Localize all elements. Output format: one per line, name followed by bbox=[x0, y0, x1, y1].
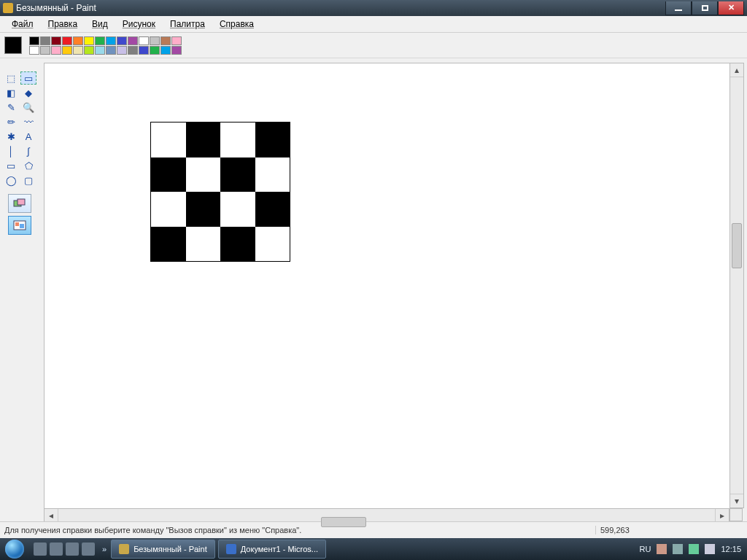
horizontal-scrollbar[interactable]: ◂ ▸ bbox=[44, 508, 729, 523]
free-select-tool[interactable]: ⬚ bbox=[3, 71, 19, 85]
color-swatch[interactable] bbox=[117, 46, 127, 55]
color-swatch[interactable] bbox=[106, 36, 116, 45]
maximize-button[interactable] bbox=[692, 1, 718, 15]
color-swatch[interactable] bbox=[150, 46, 160, 55]
text-tool[interactable]: A bbox=[20, 130, 36, 143]
color-swatch[interactable] bbox=[128, 46, 138, 55]
menu-edit[interactable]: Правка bbox=[41, 18, 85, 31]
picker-tool[interactable]: ✎ bbox=[3, 101, 19, 114]
pencil-tool[interactable]: ✏ bbox=[3, 115, 19, 128]
chess-square bbox=[186, 192, 221, 227]
scroll-up-arrow-icon[interactable]: ▴ bbox=[730, 63, 743, 77]
h-scroll-thumb[interactable] bbox=[321, 517, 366, 527]
scroll-left-arrow-icon[interactable]: ◂ bbox=[44, 509, 58, 522]
menu-palette[interactable]: Палитра bbox=[163, 18, 212, 31]
polygon-tool[interactable]: ⬠ bbox=[20, 159, 36, 172]
color-swatch[interactable] bbox=[160, 46, 171, 55]
checkerboard-drawing bbox=[150, 122, 290, 262]
scroll-right-arrow-icon[interactable]: ▸ bbox=[715, 509, 729, 522]
quick-launch-item[interactable] bbox=[34, 542, 47, 556]
ext-tool-2[interactable] bbox=[8, 216, 31, 235]
chess-square bbox=[186, 158, 221, 192]
title-bar: Безымянный - Paint bbox=[0, 0, 747, 16]
taskbar-clock[interactable]: 12:15 bbox=[721, 545, 741, 553]
tray-icon[interactable] bbox=[673, 544, 683, 554]
chess-square bbox=[255, 122, 290, 158]
color-swatch[interactable] bbox=[51, 36, 61, 45]
word-icon bbox=[226, 544, 236, 554]
paint-icon bbox=[119, 544, 129, 554]
curve-tool[interactable]: ∫ bbox=[20, 144, 36, 158]
rectangle-tool[interactable]: ▭ bbox=[3, 159, 19, 172]
color-palette-bar bbox=[0, 33, 747, 58]
current-color-swatch[interactable] bbox=[4, 36, 22, 54]
vertical-scrollbar[interactable]: ▴ ▾ bbox=[729, 63, 744, 508]
language-indicator[interactable]: RU bbox=[640, 545, 651, 553]
eraser-tool[interactable]: ◧ bbox=[3, 86, 19, 99]
color-swatch[interactable] bbox=[150, 36, 160, 45]
menu-file[interactable]: Файл bbox=[4, 18, 41, 31]
menu-image[interactable]: Рисунок bbox=[115, 18, 163, 31]
color-swatch[interactable] bbox=[40, 46, 50, 55]
rect-select-tool[interactable]: ▭ bbox=[20, 71, 36, 85]
quick-launch-item[interactable] bbox=[82, 542, 95, 556]
airbrush-tool[interactable]: ✱ bbox=[3, 130, 19, 143]
tray-icon[interactable] bbox=[657, 544, 667, 554]
svg-rect-4 bbox=[20, 224, 24, 228]
color-swatch[interactable] bbox=[62, 46, 72, 55]
quick-launch-item[interactable] bbox=[66, 542, 79, 556]
color-swatch[interactable] bbox=[40, 36, 50, 45]
taskbar-item-paint[interactable]: Безымянный - Paint bbox=[111, 540, 215, 559]
canvas-area[interactable] bbox=[44, 63, 729, 508]
brush-tool[interactable]: 〰 bbox=[20, 115, 36, 128]
chess-square bbox=[151, 158, 186, 192]
taskbar: » Безымянный - Paint Документ1 - Micros.… bbox=[0, 538, 747, 560]
close-button[interactable] bbox=[718, 1, 744, 15]
color-swatch[interactable] bbox=[95, 36, 105, 45]
quick-launch-item[interactable] bbox=[50, 542, 63, 556]
rounded-rect-tool[interactable]: ▢ bbox=[20, 174, 36, 187]
color-swatch[interactable] bbox=[171, 46, 182, 55]
color-swatch[interactable] bbox=[29, 46, 39, 55]
color-swatch[interactable] bbox=[171, 36, 182, 45]
menu-help[interactable]: Справка bbox=[212, 18, 261, 31]
quick-launch-expand-icon[interactable]: » bbox=[99, 545, 109, 553]
quick-launch bbox=[29, 542, 99, 556]
color-swatch[interactable] bbox=[95, 46, 105, 55]
menu-view[interactable]: Вид bbox=[85, 18, 115, 31]
taskbar-item-label: Безымянный - Paint bbox=[133, 545, 207, 553]
color-swatch[interactable] bbox=[106, 46, 116, 55]
color-swatch[interactable] bbox=[84, 46, 94, 55]
taskbar-item-word[interactable]: Документ1 - Micros... bbox=[218, 540, 326, 559]
v-scroll-thumb[interactable] bbox=[732, 223, 742, 268]
color-swatch[interactable] bbox=[128, 36, 138, 45]
color-swatch[interactable] bbox=[73, 36, 83, 45]
color-swatch[interactable] bbox=[160, 36, 171, 45]
status-coordinates: 599,263 bbox=[595, 526, 688, 534]
minimize-button[interactable] bbox=[665, 1, 692, 15]
color-swatch[interactable] bbox=[73, 46, 83, 55]
scroll-corner bbox=[729, 508, 743, 521]
color-swatch[interactable] bbox=[117, 36, 127, 45]
color-swatch[interactable] bbox=[84, 36, 94, 45]
ext-tool-1[interactable] bbox=[8, 194, 31, 213]
fill-tool[interactable]: ◆ bbox=[20, 86, 36, 99]
chess-square bbox=[151, 122, 186, 158]
tray-network-icon[interactable] bbox=[689, 544, 699, 554]
magnifier-tool[interactable]: 🔍 bbox=[20, 101, 36, 114]
color-swatch[interactable] bbox=[51, 46, 61, 55]
chess-square bbox=[255, 227, 290, 262]
color-swatch[interactable] bbox=[29, 36, 39, 45]
ellipse-tool[interactable]: ◯ bbox=[3, 174, 19, 187]
color-swatch[interactable] bbox=[139, 36, 149, 45]
color-swatch[interactable] bbox=[62, 36, 72, 45]
line-tool[interactable]: │ bbox=[3, 144, 19, 158]
toolbox: ⬚▭◧◆✎🔍✏〰✱A│∫▭⬠◯▢ bbox=[0, 58, 39, 521]
scroll-down-arrow-icon[interactable]: ▾ bbox=[730, 494, 743, 508]
color-swatch[interactable] bbox=[139, 46, 149, 55]
chess-square bbox=[220, 227, 255, 262]
image-icon bbox=[13, 220, 26, 230]
tray-volume-icon[interactable] bbox=[705, 544, 715, 554]
start-button[interactable] bbox=[0, 538, 29, 560]
chess-square bbox=[255, 158, 290, 192]
